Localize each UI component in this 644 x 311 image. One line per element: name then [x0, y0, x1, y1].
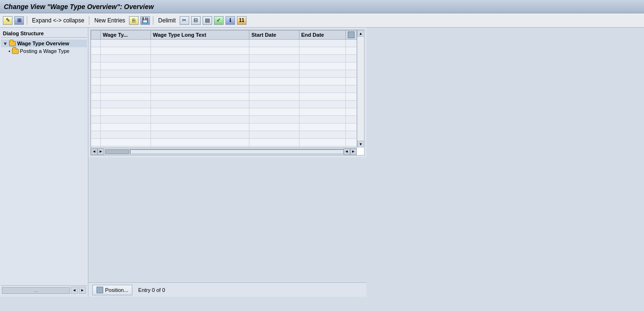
right-empty-panel: [366, 28, 644, 297]
window-title: Change View "Wage Type Overview": Overvi…: [4, 3, 154, 10]
copy-row-icon-btn[interactable]: ⎘: [129, 16, 139, 25]
folder-icon-1: [9, 41, 16, 46]
sep2: [89, 16, 89, 25]
new-entries-btn[interactable]: New Entries: [92, 16, 127, 25]
vscroll-track: [357, 37, 364, 141]
table-container: ▲ ▼ Wage Ty... Wage Type Long Text: [88, 28, 366, 297]
sidebar-scroll-track[interactable]: ...: [2, 287, 70, 294]
table-row: [91, 40, 357, 47]
table-row: [91, 55, 357, 62]
hscroll-track: [130, 149, 343, 154]
pencil-icon-btn[interactable]: ✎: [3, 16, 12, 25]
sidebar: Dialog Structure ▼ Wage Type Overview • …: [0, 28, 88, 297]
sidebar-item-posting-wage-type[interactable]: • Posting a Wage Type: [1, 47, 87, 55]
hscroll-right-next[interactable]: ►: [350, 148, 357, 155]
position-button[interactable]: Position...: [92, 285, 132, 295]
table-row: [91, 139, 357, 146]
table-row: [91, 124, 357, 131]
delimit-btn[interactable]: Delimit: [156, 16, 178, 25]
table-row: [91, 85, 357, 93]
cut-icon-btn[interactable]: ✂: [180, 16, 189, 25]
position-btn-label: Position...: [105, 287, 128, 293]
hscroll-left-prev[interactable]: ◄: [91, 148, 97, 155]
col-header-end-date[interactable]: End Date: [299, 31, 345, 40]
wage-type-table: Wage Ty... Wage Type Long Text Start Dat…: [91, 30, 357, 156]
below-table-area: [88, 157, 366, 282]
sidebar-item-wage-type-overview[interactable]: ▼ Wage Type Overview: [1, 40, 87, 47]
title-bar: Change View "Wage Type Overview": Overvi…: [0, 0, 644, 13]
check-icon-btn[interactable]: ✓: [214, 16, 224, 25]
bottom-bar: Position... Entry 0 of 0: [88, 282, 366, 297]
table-row: [91, 116, 357, 124]
main-content: Dialog Structure ▼ Wage Type Overview • …: [0, 28, 644, 297]
vscrollbar[interactable]: ▲ ▼: [357, 30, 364, 147]
paste-icon-btn[interactable]: ▤: [203, 16, 212, 25]
col-header-wage-type[interactable]: Wage Ty...: [101, 31, 151, 40]
sidebar-label-wage-type-overview: Wage Type Overview: [17, 41, 69, 46]
info-icon-btn[interactable]: ℹ: [225, 16, 235, 25]
sidebar-scroll-left[interactable]: ◄: [71, 287, 78, 294]
table-row: [91, 131, 357, 139]
table-row: [91, 62, 357, 70]
table-row: [91, 47, 357, 55]
hscroll-right-prev[interactable]: ◄: [343, 148, 350, 155]
position-icon: [97, 287, 103, 293]
sidebar-label-posting: Posting a Wage Type: [20, 48, 70, 54]
table-row: [91, 78, 357, 85]
hscroll-left-next[interactable]: ►: [97, 148, 104, 155]
col-header-start-date[interactable]: Start Date: [249, 31, 299, 40]
table-wrapper: ▲ ▼ Wage Ty... Wage Type Long Text: [90, 30, 365, 156]
col-header-row-sel: [91, 31, 101, 40]
save-icon-btn[interactable]: 💾: [140, 16, 150, 25]
sidebar-scroll-right[interactable]: ►: [79, 287, 86, 294]
expand-collapse-btn[interactable]: Expand <-> collapse: [30, 16, 86, 25]
table-row: [91, 108, 357, 116]
col-settings-icon[interactable]: [348, 31, 354, 38]
vscroll-up[interactable]: ▲: [357, 30, 365, 37]
toolbar: ✎ ⊞ Expand <-> collapse New Entries ⎘ 💾 …: [0, 13, 644, 28]
sep3: [153, 16, 153, 25]
arrow-icon: ▼: [3, 41, 8, 46]
hscrollbar: ◄ ► ◄ ►: [91, 147, 357, 155]
overview-icon-btn[interactable]: ⊞: [14, 16, 24, 25]
col-header-long-text[interactable]: Wage Type Long Text: [150, 31, 249, 40]
vscroll-down[interactable]: ▼: [357, 141, 365, 147]
count-badge: 11: [237, 16, 247, 25]
dialog-structure-title: Dialog Structure: [1, 30, 87, 38]
sep1: [27, 16, 27, 25]
bullet: •: [9, 49, 11, 54]
entry-count: Entry 0 of 0: [138, 287, 165, 293]
table-row: [91, 70, 357, 78]
col-settings-header[interactable]: [345, 31, 356, 40]
folder-icon-2: [12, 49, 19, 54]
table-row: [91, 93, 357, 101]
copy2-icon-btn[interactable]: ⊟: [191, 16, 201, 25]
table-row: [91, 101, 357, 108]
hscroll-thumb[interactable]: [105, 149, 129, 154]
